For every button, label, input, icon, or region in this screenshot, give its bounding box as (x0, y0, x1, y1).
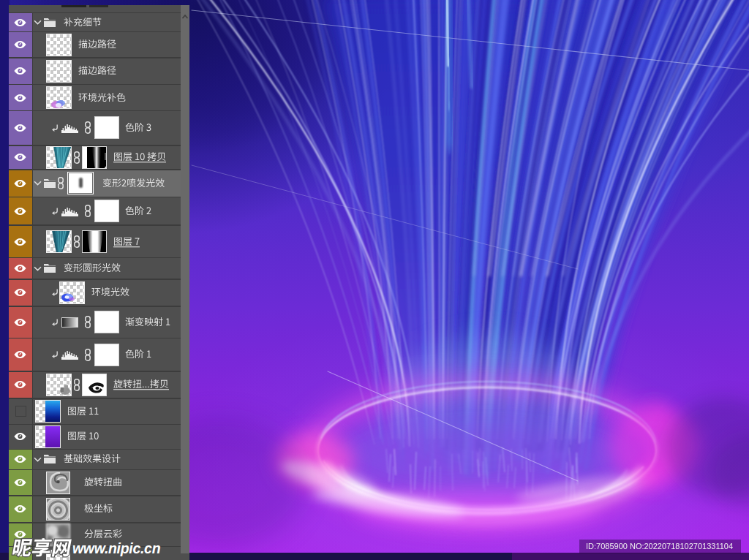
svg-text:www.nipic.cn: www.nipic.cn (72, 540, 161, 556)
